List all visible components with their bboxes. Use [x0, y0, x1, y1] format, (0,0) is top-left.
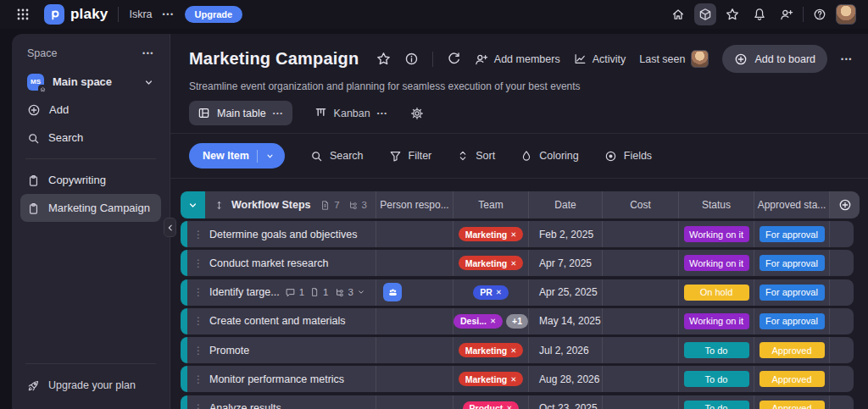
- favorite-star-icon[interactable]: [376, 52, 391, 66]
- approved-badge[interactable]: For approval: [760, 255, 825, 271]
- team-tag[interactable]: PR✕: [473, 285, 509, 300]
- favorites-star-icon[interactable]: [721, 3, 743, 25]
- remove-tag-icon[interactable]: ✕: [490, 317, 496, 325]
- person-cell[interactable]: [376, 250, 453, 276]
- team-cell[interactable]: PR✕: [453, 279, 528, 306]
- add-to-board-button[interactable]: Add to board: [722, 45, 827, 73]
- row-menu-icon[interactable]: ⋮: [192, 286, 204, 298]
- column-header-approved[interactable]: Approved sta...: [754, 191, 829, 218]
- fields-button[interactable]: Fields: [604, 150, 652, 163]
- row-menu-icon[interactable]: ⋮: [192, 345, 204, 356]
- sidebar-item-marketing-campaign[interactable]: Marketing Campaign: [20, 194, 161, 222]
- task-name[interactable]: Determine goals and objectives: [209, 229, 357, 240]
- cost-cell[interactable]: [602, 279, 678, 306]
- status-badge[interactable]: To do: [684, 342, 749, 358]
- remove-tag-icon[interactable]: ✕: [506, 404, 512, 409]
- cost-cell[interactable]: [602, 337, 678, 363]
- date-cell[interactable]: Oct 23, 2025: [528, 395, 602, 409]
- space-menu-icon[interactable]: •••: [142, 49, 154, 58]
- sidebar-collapse-button[interactable]: [164, 218, 176, 237]
- sidebar-item-main-space[interactable]: MS Main space: [20, 68, 161, 96]
- team-tag[interactable]: Marketing✕: [459, 227, 524, 241]
- sort-button[interactable]: Sort: [457, 150, 495, 162]
- approved-badge[interactable]: Approved: [760, 401, 825, 409]
- team-tag[interactable]: Product✕: [463, 401, 520, 409]
- more-tags-chip[interactable]: +1: [506, 314, 528, 329]
- row-menu-icon[interactable]: ⋮: [192, 257, 204, 269]
- user-avatar[interactable]: [836, 4, 856, 25]
- task-name[interactable]: Conduct market research: [209, 257, 328, 269]
- person-cell[interactable]: [376, 366, 453, 392]
- approved-badge[interactable]: Approved: [760, 342, 825, 358]
- approved-badge[interactable]: For approval: [760, 313, 825, 329]
- add-members-button[interactable]: Add members: [475, 53, 560, 66]
- column-header-date[interactable]: Date: [528, 191, 602, 218]
- files-indicator[interactable]: 1: [309, 287, 328, 297]
- tab-kanban[interactable]: Kanban •••: [306, 101, 397, 125]
- date-cell[interactable]: May 14, 2025: [528, 308, 602, 334]
- remove-tag-icon[interactable]: ✕: [510, 259, 516, 268]
- view-settings-gear-icon[interactable]: [410, 106, 424, 121]
- team-tag[interactable]: Marketing✕: [459, 372, 524, 386]
- activity-button[interactable]: Activity: [574, 53, 626, 65]
- subitems-indicator[interactable]: 3: [334, 287, 365, 298]
- group-title-cell[interactable]: Workflow Steps 7 3: [205, 191, 376, 218]
- row-menu-icon[interactable]: ⋮: [192, 315, 204, 327]
- task-name[interactable]: Identify targe...: [209, 286, 280, 298]
- person-cell[interactable]: [376, 395, 453, 409]
- date-cell[interactable]: Feb 2, 2025: [528, 221, 602, 247]
- help-icon[interactable]: [809, 3, 831, 25]
- column-header-cost[interactable]: Cost: [602, 191, 678, 218]
- remove-tag-icon[interactable]: ✕: [510, 346, 516, 355]
- status-badge[interactable]: Working on it: [684, 226, 749, 242]
- sidebar-item-copywriting[interactable]: Copywriting: [20, 166, 161, 194]
- row-menu-icon[interactable]: ⋮: [192, 229, 204, 240]
- approved-badge[interactable]: For approval: [760, 226, 825, 242]
- column-header-team[interactable]: Team: [453, 191, 528, 218]
- status-badge[interactable]: To do: [684, 371, 749, 387]
- task-name[interactable]: Create content and materials: [209, 315, 346, 327]
- date-cell[interactable]: Jul 2, 2026: [528, 337, 602, 363]
- team-cell[interactable]: Desi...✕ +1: [453, 308, 528, 334]
- person-cell[interactable]: [376, 279, 453, 306]
- person-cell[interactable]: [376, 308, 453, 334]
- status-badge[interactable]: To do: [684, 401, 749, 409]
- team-tag[interactable]: Desi...✕: [453, 314, 503, 329]
- approved-badge[interactable]: Approved: [760, 371, 825, 387]
- date-cell[interactable]: Aug 28, 2026: [528, 366, 602, 392]
- team-cell[interactable]: Product✕: [453, 395, 528, 409]
- assignee-group-avatar[interactable]: [383, 283, 402, 301]
- approved-badge[interactable]: For approval: [760, 285, 825, 301]
- sidebar-item-add[interactable]: Add: [20, 96, 161, 124]
- status-badge[interactable]: On hold: [684, 285, 749, 301]
- task-name[interactable]: Promote: [209, 345, 249, 356]
- search-button[interactable]: Search: [310, 150, 364, 163]
- invite-person-icon[interactable]: [776, 3, 798, 25]
- upgrade-plan-link[interactable]: Upgrade your plan: [20, 371, 161, 399]
- home-icon[interactable]: [667, 3, 689, 25]
- cost-cell[interactable]: [602, 221, 678, 247]
- task-name[interactable]: Analyze results: [209, 402, 281, 409]
- plaky-logo[interactable]: plaky: [44, 4, 108, 25]
- remove-tag-icon[interactable]: ✕: [510, 230, 516, 239]
- sidebar-item-search[interactable]: Search: [20, 124, 161, 152]
- cost-cell[interactable]: [602, 308, 678, 334]
- remove-tag-icon[interactable]: ✕: [496, 288, 502, 296]
- board-menu-icon[interactable]: •••: [841, 55, 853, 64]
- tab-menu-icon[interactable]: •••: [377, 109, 388, 117]
- team-cell[interactable]: Marketing✕: [453, 337, 528, 363]
- last-seen-avatar[interactable]: [691, 50, 709, 68]
- team-tag[interactable]: Marketing✕: [459, 343, 524, 357]
- team-tag[interactable]: Marketing✕: [459, 256, 524, 270]
- remove-tag-icon[interactable]: ✕: [510, 375, 516, 384]
- person-cell[interactable]: [376, 221, 453, 247]
- row-menu-icon[interactable]: ⋮: [192, 373, 204, 385]
- date-cell[interactable]: Apr 25, 2025: [528, 279, 602, 306]
- new-item-button[interactable]: New Item: [189, 143, 285, 169]
- status-badge[interactable]: Working on it: [684, 313, 749, 329]
- group-collapse-button[interactable]: [181, 191, 205, 218]
- team-cell[interactable]: Marketing✕: [453, 366, 528, 392]
- team-cell[interactable]: Marketing✕: [453, 221, 528, 247]
- apps-grid-icon[interactable]: [12, 3, 34, 25]
- add-column-button[interactable]: [829, 191, 860, 218]
